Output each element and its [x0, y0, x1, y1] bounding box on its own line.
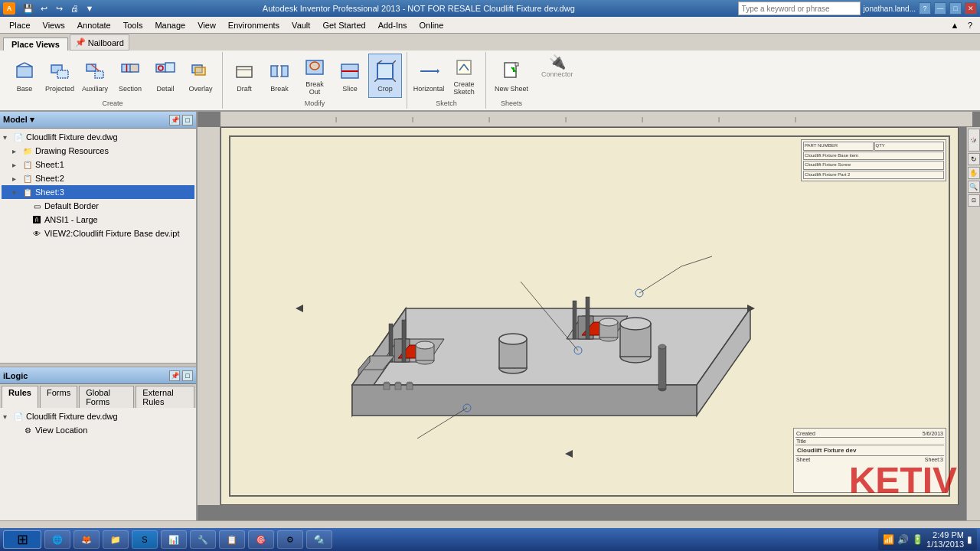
taskbar-app3[interactable]: 🎯: [248, 530, 274, 549]
tray-volume[interactable]: 🔊: [897, 534, 909, 545]
app-icon: A: [3, 2, 15, 15]
ilogic-tab-forms[interactable]: Forms: [40, 386, 77, 408]
model-pin[interactable]: 📌: [169, 115, 180, 126]
ilogic-fixture-dwg[interactable]: ▾ 📄 Cloudlift Fixture dev.dwg: [2, 409, 194, 423]
qa-undo[interactable]: ↩: [37, 2, 51, 15]
zoom-btn[interactable]: 🔍: [968, 181, 980, 193]
tray-network[interactable]: 📶: [883, 534, 894, 545]
user-name: jonathan.land...: [864, 5, 916, 13]
taskbar-folder[interactable]: 📁: [103, 530, 129, 549]
section-button[interactable]: Section: [113, 54, 147, 98]
svg-point-24: [310, 62, 319, 70]
slice-button[interactable]: Slice: [333, 54, 367, 98]
tree-sheet2[interactable]: ▸ 📋 Sheet:2: [2, 171, 194, 185]
qa-options[interactable]: ▼: [83, 2, 96, 15]
taskbar-app5[interactable]: 🔩: [306, 530, 332, 549]
taskbar-firefox[interactable]: 🦊: [74, 530, 100, 549]
create-sketch-button[interactable]: Create Sketch: [447, 54, 481, 98]
menu-annotate[interactable]: Annotate: [71, 19, 117, 31]
canvas-area[interactable]: | | | | | | | 🎲 ↻ ✋ 🔍 ⊡ PART NUMBER Q: [198, 112, 980, 520]
help-icon[interactable]: ?: [963, 18, 977, 32]
crop-button[interactable]: Crop: [368, 54, 402, 98]
ilogic-tab-global-forms[interactable]: Global Forms: [79, 386, 134, 408]
draft-button[interactable]: Draft: [227, 54, 261, 98]
orbit-btn[interactable]: ↻: [968, 153, 980, 165]
svg-line-85: [681, 256, 712, 266]
system-tray: 📶 🔊 🔋 2:49 PM 1/13/2013 ▮: [878, 529, 977, 550]
svg-rect-16: [195, 67, 205, 75]
base-button[interactable]: Base: [8, 54, 41, 98]
tray-battery[interactable]: 🔋: [912, 534, 923, 545]
taskbar-app4[interactable]: ⚙: [277, 530, 303, 549]
menu-tools[interactable]: Tools: [117, 19, 149, 31]
ilogic-panel-icons: 📌 □: [169, 370, 193, 381]
tree-ansi-large[interactable]: 🅰 ANSI1 - Large: [2, 213, 194, 227]
ilogic-tab-rules[interactable]: Rules: [2, 386, 38, 408]
ilogic-view-location[interactable]: ⚙ View Location: [2, 423, 194, 437]
tree-drawing-resources[interactable]: ▸ 📁 Drawing Resources: [2, 144, 194, 158]
menu-views[interactable]: Views: [37, 19, 71, 31]
svg-marker-33: [437, 69, 439, 73]
tree-fixture-dwg[interactable]: ▾ 📄 Cloudlift Fixture dev.dwg: [2, 130, 194, 144]
taskbar-ie[interactable]: 🌐: [44, 530, 70, 549]
ruler-left: [198, 127, 220, 505]
tree-view2[interactable]: 👁 VIEW2:Cloudlift Fixture Base dev.ipt: [2, 227, 194, 240]
model-tree: ▾ 📄 Cloudlift Fixture dev.dwg ▸ 📁 Drawin…: [0, 129, 196, 363]
menu-place[interactable]: Place: [3, 19, 37, 31]
svg-rect-55: [395, 383, 401, 390]
minimize-ribbon[interactable]: ▲: [948, 18, 962, 32]
tree-sheet3[interactable]: ▾ 📋 Sheet:3: [2, 185, 194, 199]
menu-vault[interactable]: Vault: [286, 19, 316, 31]
view-cube[interactable]: 🎲: [968, 129, 980, 152]
help-search[interactable]: [738, 2, 861, 15]
new-sheet-button[interactable]: New Sheet: [491, 54, 532, 98]
taskbar-app2[interactable]: 📋: [219, 530, 245, 549]
menu-addins[interactable]: Add-Ins: [372, 19, 413, 31]
restore-btn[interactable]: □: [949, 2, 962, 15]
break-button[interactable]: Break: [263, 54, 296, 98]
menu-online[interactable]: Online: [413, 19, 450, 31]
breakout-button[interactable]: Break Out: [298, 54, 332, 98]
svg-rect-20: [282, 66, 288, 77]
taskbar-skype[interactable]: S: [132, 530, 158, 549]
pan-btn[interactable]: ✋: [968, 167, 980, 179]
drawing-sheet[interactable]: PART NUMBER QTY Cloudlift Fixture Base i…: [220, 127, 959, 505]
qa-print[interactable]: 🖨: [67, 2, 81, 15]
tray-show-desktop[interactable]: ▮: [967, 534, 972, 545]
horizontal-button[interactable]: Horizontal: [412, 54, 446, 98]
menu-manage[interactable]: Manage: [149, 19, 191, 31]
svg-rect-19: [271, 66, 277, 77]
tree-ansi-large-label: ANSI1 - Large: [44, 215, 98, 224]
tree-fixture-dwg-label: Cloudlift Fixture dev.dwg: [26, 132, 118, 142]
min-btn[interactable]: —: [934, 2, 946, 15]
ilogic-tab-external-rules[interactable]: External Rules: [136, 386, 194, 408]
close-btn[interactable]: ✕: [965, 2, 977, 15]
nailboard-button[interactable]: 📌 Nailboard: [70, 34, 129, 51]
model-expand[interactable]: □: [182, 115, 193, 126]
ilogic-pin[interactable]: 📌: [169, 370, 180, 381]
svg-rect-8: [95, 71, 103, 78]
start-button[interactable]: ⊞: [3, 530, 41, 549]
svg-line-84: [639, 266, 681, 293]
menu-environments[interactable]: Environments: [222, 19, 286, 31]
sheets-buttons: New Sheet: [491, 54, 532, 98]
help-btn[interactable]: ?: [919, 2, 931, 15]
overlay-button[interactable]: Overlay: [184, 54, 217, 98]
detail-button[interactable]: Detail: [149, 54, 182, 98]
zoom-all-btn[interactable]: ⊡: [968, 194, 980, 207]
qa-redo[interactable]: ↪: [52, 2, 66, 15]
menu-getstarted[interactable]: Get Started: [316, 19, 371, 31]
tree-sheet1[interactable]: ▸ 📋 Sheet:1: [2, 158, 194, 171]
qa-save[interactable]: 💾: [21, 2, 35, 15]
projected-button[interactable]: Projected: [43, 54, 77, 98]
tree-default-border[interactable]: ▭ Default Border: [2, 199, 194, 213]
svg-line-30: [374, 79, 377, 82]
clock-time: 2:49 PM: [926, 530, 964, 540]
window-title: Autodesk Inventor Professional 2013 - NO…: [100, 4, 738, 13]
ilogic-expand[interactable]: □: [182, 370, 193, 381]
taskbar-app1[interactable]: 🔧: [190, 530, 216, 549]
tab-place-views[interactable]: Place Views: [3, 37, 68, 51]
taskbar-excel[interactable]: 📊: [161, 530, 187, 549]
menu-view[interactable]: View: [191, 19, 222, 31]
auxiliary-button[interactable]: Auxiliary: [78, 54, 112, 98]
